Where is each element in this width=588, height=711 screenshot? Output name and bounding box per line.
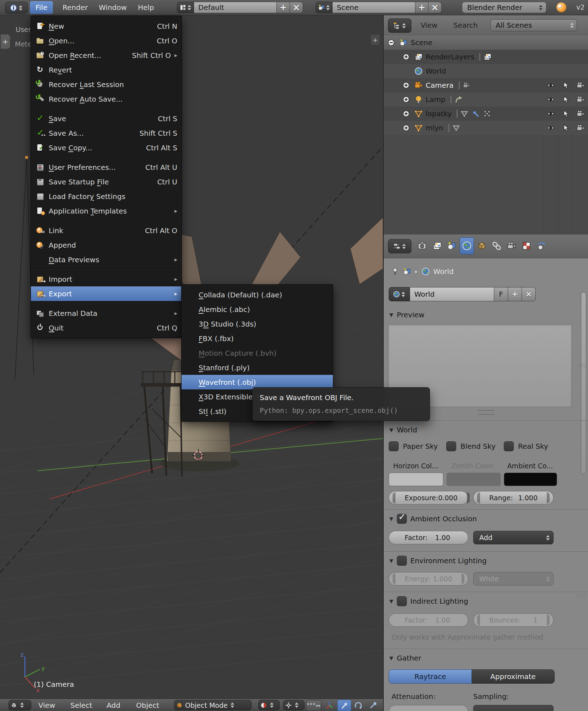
menu-item-save-copy[interactable]: Save Copy...Ctrl Alt S <box>31 140 182 155</box>
menu-file[interactable]: File <box>30 1 53 14</box>
menu-item-new[interactable]: NewCtrl N <box>31 19 182 33</box>
properties-shelf-expand-tab[interactable]: + <box>370 34 380 45</box>
visibility-eye-icon[interactable] <box>547 84 554 87</box>
increment-arrow-icon[interactable] <box>462 575 464 583</box>
menu-item-quit[interactable]: QuitCtrl Q <box>31 321 182 335</box>
collapse-icon[interactable] <box>388 40 394 46</box>
environment-lighting-checkbox[interactable] <box>397 556 407 566</box>
exposure-slider[interactable]: Exposure:0.000 <box>389 491 468 505</box>
decrement-arrow-icon[interactable] <box>393 575 395 583</box>
horizon-color-swatch[interactable] <box>389 473 443 486</box>
world-browse-button[interactable] <box>389 287 410 301</box>
manipulator-translate-toggle[interactable] <box>337 700 351 711</box>
panel-collapse-icon[interactable]: ▼ <box>389 558 393 564</box>
env-energy-slider[interactable]: Energy:1.000 <box>389 572 468 586</box>
panel-preview-header[interactable]: ▼ Preview <box>384 308 588 321</box>
menu-render[interactable]: Render <box>57 1 93 14</box>
outliner-search-menu[interactable]: Search <box>453 15 478 36</box>
outliner-row-lopatky[interactable]: lopatky <box>384 107 588 121</box>
viewport-shading-dropdown[interactable] <box>9 700 31 710</box>
tab-scene[interactable] <box>445 237 459 254</box>
selectability-cursor-icon[interactable] <box>564 125 568 131</box>
renderability-camera-icon[interactable] <box>577 111 584 116</box>
expand-icon[interactable] <box>403 82 409 88</box>
menu-item-open-recent[interactable]: Open Recent...Shift Ctrl O▸ <box>31 48 182 63</box>
panel-grip-icon[interactable] <box>577 363 586 367</box>
outliner-display-filter-dropdown[interactable]: All Scenes <box>490 19 577 31</box>
expand-icon[interactable] <box>403 54 409 60</box>
world-add-button[interactable] <box>508 287 522 301</box>
decrement-arrow-icon[interactable] <box>477 616 480 624</box>
range-slider[interactable]: Range:1.000 <box>473 491 554 505</box>
indirect-lighting-checkbox[interactable] <box>397 596 407 606</box>
toolshelf-expand-tab[interactable]: + <box>1 34 10 49</box>
decrement-arrow-icon[interactable] <box>477 494 480 502</box>
checkbox-icon[interactable] <box>504 441 514 451</box>
screen-layout-browse-button[interactable] <box>177 2 194 13</box>
outliner-row-lamp[interactable]: Lamp <box>384 92 588 107</box>
menu-item-export[interactable]: Export▸ <box>31 286 182 301</box>
menu-item-save-startup-file[interactable]: Save Startup FileCtrl U <box>31 174 182 189</box>
outliner-row-scene[interactable]: Scene <box>384 36 588 50</box>
manipulator-scale-toggle[interactable] <box>366 700 380 711</box>
expand-icon[interactable] <box>403 97 409 103</box>
outliner-row-world[interactable]: World <box>384 64 588 78</box>
indirect-factor-slider[interactable]: Factor:1.00 <box>389 613 468 627</box>
render-engine-dropdown[interactable]: Blender Render <box>462 2 546 13</box>
outliner-row-camera[interactable]: Camera <box>384 78 588 92</box>
panel-world-header[interactable]: ▼ World <box>384 424 588 436</box>
scene-delete-button[interactable] <box>428 2 442 13</box>
renderability-camera-icon[interactable] <box>577 125 584 130</box>
menu-item-external-data[interactable]: External Data▸ <box>31 306 182 321</box>
decrement-arrow-icon[interactable] <box>393 494 395 502</box>
panel-collapse-icon[interactable]: ▼ <box>389 655 393 661</box>
viewport-menu-select[interactable]: Select <box>70 699 92 711</box>
world-unlink-button[interactable] <box>522 287 536 301</box>
export-item-3d-studio[interactable]: 3D Studio (.3ds) <box>182 317 333 331</box>
menu-item-append[interactable]: ↙Append <box>31 238 182 252</box>
scene-name-field[interactable]: Scene <box>333 2 415 13</box>
outliner-row-mlyn[interactable]: mlyn <box>384 121 588 135</box>
interaction-mode-dropdown[interactable]: Object Mode <box>174 700 252 710</box>
menu-item-recover-auto-save[interactable]: Recover Auto Save... <box>31 92 182 106</box>
properties-editor-type-selector[interactable] <box>388 239 411 253</box>
tab-physics[interactable] <box>534 237 549 254</box>
gather-approximate-button[interactable]: Approximate <box>472 669 555 684</box>
menu-item-save[interactable]: SaveCtrl S <box>31 111 182 126</box>
menu-item-open[interactable]: Open...Ctrl O <box>31 33 182 48</box>
export-item-alembic[interactable]: Alembic (.abc) <box>182 302 333 317</box>
panel-collapse-icon[interactable]: ▼ <box>389 427 393 433</box>
env-color-dropdown[interactable]: White <box>473 572 554 586</box>
export-item-fbx[interactable]: FBX (.fbx) <box>182 331 333 346</box>
pin-icon[interactable] <box>393 268 397 275</box>
selectability-cursor-icon[interactable] <box>564 96 568 103</box>
ambient-color-swatch[interactable] <box>504 473 557 486</box>
increment-arrow-icon[interactable] <box>547 616 550 624</box>
panel-ambient-occlusion-header[interactable]: ▼ Ambient Occlusion <box>384 512 588 525</box>
zenith-color-swatch[interactable] <box>446 473 501 486</box>
ao-factor-slider[interactable]: Factor:1.00 <box>389 531 468 544</box>
menu-item-application-templates[interactable]: Application Templates▸ <box>31 204 182 218</box>
export-item-collada[interactable]: Collada (Default) (.dae) <box>182 287 333 302</box>
ambient-occlusion-checkbox[interactable] <box>397 514 407 524</box>
preview-resize-grip[interactable] <box>478 410 494 415</box>
selectability-cursor-icon[interactable] <box>564 82 568 88</box>
world-name-field[interactable]: World <box>410 287 494 301</box>
blend-sky-checkbox[interactable]: Blend Sky <box>446 441 500 451</box>
viewport-menu-add[interactable]: Add <box>107 699 120 711</box>
scene-browse-button[interactable] <box>315 2 333 13</box>
pivot-point-dropdown[interactable] <box>258 700 280 710</box>
tab-texture[interactable] <box>519 237 534 254</box>
attenuation-distance-slider[interactable] <box>389 705 468 711</box>
gather-raytrace-button[interactable]: Raytrace <box>389 669 472 684</box>
tab-object[interactable] <box>475 237 489 254</box>
menu-item-data-previews[interactable]: Data Previews▸ <box>31 252 182 267</box>
manipulator-rotate-toggle[interactable] <box>352 700 365 711</box>
screen-layout-name-field[interactable]: Default <box>194 2 277 13</box>
indirect-bounces-slider[interactable]: Bounces:1 <box>473 613 554 627</box>
visibility-eye-icon[interactable] <box>547 126 554 129</box>
expand-icon[interactable] <box>403 111 409 117</box>
viewport-menu-object[interactable]: Object <box>136 699 159 711</box>
viewport-menu-view[interactable]: View <box>38 699 55 711</box>
outliner-view-menu[interactable]: View <box>421 15 437 36</box>
